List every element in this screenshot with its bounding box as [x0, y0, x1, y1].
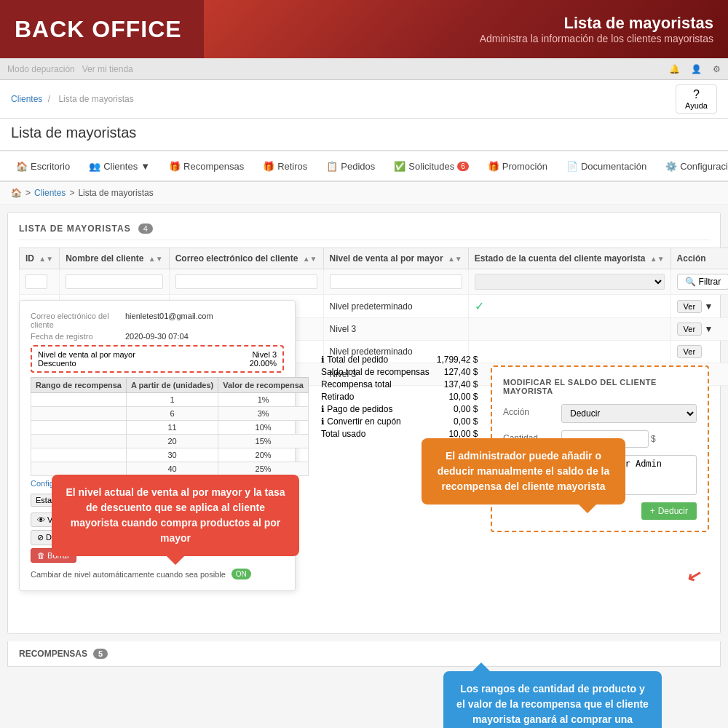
tooltip-blue-text: Los rangos de cantidad de producto y el … — [456, 683, 649, 728]
retirado-value: 10,00 $ — [448, 392, 478, 402]
accion-select[interactable]: Deducir — [561, 404, 697, 423]
rango-cell — [31, 448, 127, 462]
col-level: Nivel de venta al por mayor ▲▼ — [323, 248, 468, 269]
level-value: Nivel 3 — [252, 350, 277, 359]
discount-row: Descuento 20.00% — [38, 359, 277, 368]
cell-action: Ver — [670, 341, 728, 363]
solicitudes-label: Solicitudes — [408, 161, 454, 172]
nav-retiros[interactable]: 🎁 Retiros — [254, 155, 316, 178]
promocion-label: Promoción — [502, 161, 547, 172]
header-left: BACK OFFICE — [0, 0, 204, 58]
rewards-header: Rango de recompensa A partir de (unidade… — [31, 378, 309, 393]
nav-documentacion[interactable]: 📄 Documentación — [558, 155, 655, 178]
list-item: 1 1% — [31, 393, 309, 407]
arrow-icon: ↙ — [685, 564, 705, 587]
total-pedido-label: ℹ Total del pedido — [321, 355, 388, 365]
accion-label: Acción — [503, 404, 561, 417]
filter-name-input[interactable] — [66, 274, 163, 289]
filter-id-input[interactable] — [25, 274, 47, 289]
filter-level — [323, 269, 468, 295]
clientes-chevron: ▼ — [141, 161, 150, 172]
valor-cell: 15% — [218, 435, 309, 448]
rewards-summary: ℹ Total del pedido 1,799,42 $ Saldo tota… — [321, 355, 478, 439]
toggle-on[interactable]: ON — [232, 569, 251, 579]
breadcrumb-section: Clientes / Lista de mayoristas ? Ayuda L… — [0, 80, 728, 151]
breadcrumb-bar: Clientes / Lista de mayoristas ? Ayuda — [0, 80, 728, 119]
cupon-label: ℹ Convertir en cupón — [321, 416, 401, 427]
saldo-value: 127,40 $ — [444, 367, 478, 377]
eye-icon: 👁 — [37, 515, 45, 524]
detail-email-row: Correo electrónico del cliente hienletes… — [31, 312, 284, 329]
page-main-title: Lista de mayoristas — [564, 14, 713, 33]
valor-cell: 10% — [218, 421, 309, 435]
topnav-icon1: 🔔 — [669, 64, 680, 74]
valor-cell: 20% — [218, 448, 309, 462]
nav-clientes[interactable]: 👥 Clientes ▼ — [80, 155, 159, 178]
nav-promocion[interactable]: 🎁 Promoción — [479, 155, 556, 178]
col-valor: Valor de recompensa — [218, 378, 309, 393]
valor-cell: 25% — [218, 462, 309, 476]
sec-sep1: > — [25, 188, 31, 198]
help-label: Ayuda — [685, 101, 708, 110]
sort-status[interactable]: ▲▼ — [650, 255, 665, 263]
breadcrumb: Clientes / Lista de mayoristas — [11, 94, 137, 104]
pedidos-label: Pedidos — [341, 161, 375, 172]
help-button[interactable]: ? Ayuda — [676, 84, 717, 114]
filter-status-select[interactable] — [475, 274, 665, 290]
auto-nivel-label: Cambiar de nivel automáticamente cuando … — [31, 570, 226, 579]
status-check: ✓ — [475, 300, 484, 312]
pago-value: 0,00 $ — [454, 404, 478, 414]
cupon-value: 0,00 $ — [454, 416, 478, 427]
cell-status — [468, 341, 670, 363]
nav-escritorio[interactable]: 🏠 Escritorio — [7, 155, 79, 178]
pago-label: ℹ Pago de pedidos — [321, 404, 392, 414]
detail-date-row: Fecha de registro 2020-09-30 07:04 — [31, 332, 284, 341]
sort-name[interactable]: ▲▼ — [149, 255, 163, 263]
recompensas-label: Recompensas — [183, 161, 244, 172]
retiros-label: Retiros — [277, 161, 307, 172]
nav-recompensas[interactable]: 🎁 Recompensas — [160, 155, 253, 178]
saldo-label: Saldo total de recompensas — [321, 367, 430, 377]
list-item: 6 3% — [31, 407, 309, 421]
total-usado-value: 10,00 $ — [448, 429, 478, 439]
col-action: Acción — [670, 248, 728, 269]
filter-name — [60, 269, 170, 295]
detail-email-label: Correo electrónico del cliente — [31, 312, 125, 329]
ver-button[interactable]: Ver — [677, 345, 703, 358]
cell-action: Ver ▼ — [670, 318, 728, 341]
col-id: ID ▲▼ — [20, 248, 60, 269]
documentacion-icon: 📄 — [566, 161, 578, 172]
nav-pedidos[interactable]: 📋 Pedidos — [317, 155, 384, 178]
ver-button[interactable]: Ver — [677, 323, 703, 336]
filter-email-input[interactable] — [175, 274, 317, 289]
filter-status — [468, 269, 670, 295]
header-right: Lista de mayoristas Administra la inform… — [204, 0, 728, 58]
rango-cell — [31, 407, 127, 421]
accion-row: Acción Deducir — [503, 404, 697, 423]
disable-icon: ⊘ — [37, 533, 44, 542]
valor-cell: 3% — [218, 407, 309, 421]
action-chevron: ▼ — [704, 324, 713, 334]
list-title: LISTA DE MAYORISTAS — [19, 223, 131, 234]
sec-clientes[interactable]: Clientes — [34, 188, 66, 198]
filter-level-input[interactable] — [330, 274, 462, 289]
sort-level[interactable]: ▲▼ — [448, 255, 462, 263]
secondary-breadcrumb: 🏠 > Clientes > Lista de mayoristas — [0, 182, 728, 205]
sort-email[interactable]: ▲▼ — [303, 255, 317, 263]
cell-action: Ver ▼ — [670, 295, 728, 318]
nav-configuracion[interactable]: ⚙️ Configuración ▼ — [657, 155, 728, 178]
nav-solicitudes[interactable]: ✅ Solicitudes 6 — [385, 155, 477, 178]
ver-button[interactable]: Ver — [677, 300, 703, 313]
col-apartir: A partir de (unidades) — [126, 378, 218, 393]
filter-button[interactable]: 🔍 Filtrar — [677, 274, 728, 290]
summary-row: Retirado 10,00 $ — [321, 392, 478, 402]
tooltip-blue: Los rangos de cantidad de producto y el … — [443, 671, 662, 728]
sort-id[interactable]: ▲▼ — [39, 255, 53, 263]
bottom-section: RECOMPENSAS 5 — [7, 641, 721, 667]
deducir-button[interactable]: + Deducir — [641, 502, 697, 520]
apartir-cell: 6 — [126, 407, 218, 421]
level-box: Nivel de venta al por mayor Nivel 3 Desc… — [31, 345, 284, 373]
recompensa-total-value: 137,40 $ — [444, 379, 478, 389]
breadcrumb-home[interactable]: Clientes — [11, 94, 42, 104]
cell-status — [468, 318, 670, 341]
